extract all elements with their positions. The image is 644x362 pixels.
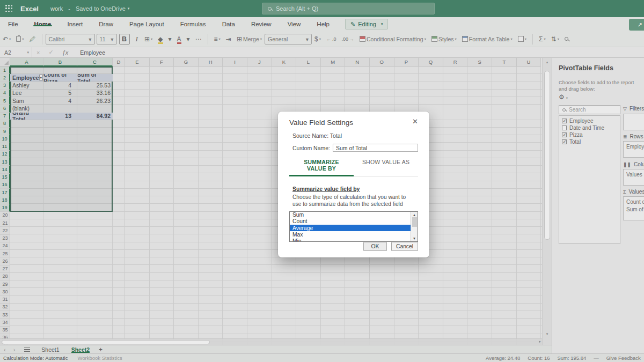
section-title: Summarize value field by	[292, 186, 418, 192]
section-description: Choose the type of calculation that you …	[292, 194, 415, 208]
listbox-scrollbar[interactable]: ▲ ▼	[411, 212, 418, 242]
custom-name-input[interactable]	[333, 144, 418, 152]
dialog-tab-summarize-value-by[interactable]: SUMMARIZE VALUE BY	[289, 159, 354, 176]
custom-name-label: Custom Name:	[292, 145, 330, 151]
scroll-up-icon[interactable]: ▲	[411, 213, 418, 217]
source-name-label: Source Name: Total	[292, 132, 418, 139]
ok-button[interactable]: OK	[363, 242, 387, 251]
dialog-tabs: SUMMARIZE VALUE BYSHOW VALUE AS	[289, 159, 418, 176]
option-min[interactable]: Min	[290, 238, 411, 242]
dialog-tab-show-value-as[interactable]: SHOW VALUE AS	[354, 159, 418, 176]
cancel-button[interactable]: Cancel	[391, 242, 418, 251]
close-icon[interactable]: ✕	[412, 117, 418, 125]
excel-web-app: Excel work - Saved to OneDrive ▾ Search …	[0, 0, 644, 362]
dialog-title: Value Field Settings	[289, 119, 353, 127]
scroll-down-icon[interactable]: ▼	[411, 237, 418, 240]
option-sum[interactable]: Sum	[290, 212, 411, 218]
value-field-settings-dialog: Value Field Settings ✕ Source Name: Tota…	[278, 112, 429, 257]
option-max[interactable]: Max	[290, 231, 411, 238]
calculation-listbox[interactable]: ▲ ▼ SumCountAverageMaxMinProduct	[289, 211, 418, 242]
option-count[interactable]: Count	[290, 218, 411, 225]
scroll-thumb[interactable]	[412, 217, 417, 227]
option-average[interactable]: Average	[290, 225, 411, 231]
